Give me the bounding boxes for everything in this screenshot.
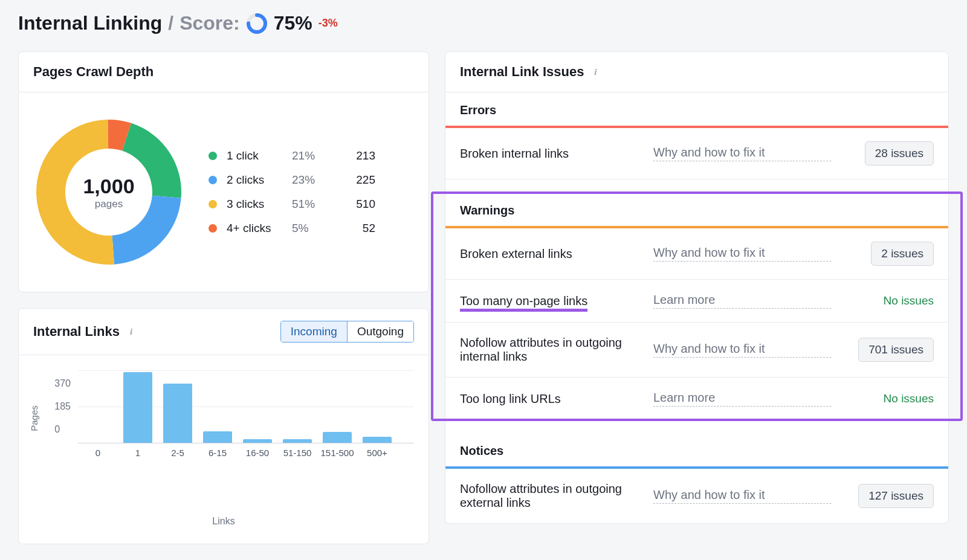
warnings-section-title: Warnings (445, 193, 948, 226)
bar-category-label: 151-500 (320, 448, 354, 458)
legend-count: 213 (339, 149, 375, 163)
donut-total-label: pages (83, 198, 134, 210)
issue-name[interactable]: Broken external links (460, 247, 641, 261)
issue-name[interactable]: Too many on-page links (460, 294, 641, 308)
legend-label: 1 click (227, 149, 287, 163)
issue-name[interactable]: Nofollow attributes in outgoing external… (460, 482, 641, 510)
bar-col[interactable]: 6-15 (198, 371, 238, 443)
title-divider: / (168, 12, 173, 34)
internal-links-tabs: Incoming Outgoing (280, 321, 414, 343)
issue-row: Nofollow attributes in outgoing internal… (445, 323, 948, 378)
legend-count: 225 (339, 173, 375, 187)
bar-category-label: 51-150 (283, 448, 312, 458)
issue-name[interactable]: Nofollow attributes in outgoing internal… (460, 336, 641, 364)
bar (363, 437, 392, 443)
y-tick: 0 (54, 418, 71, 441)
legend-percent: 5% (292, 222, 334, 235)
bar-col[interactable]: 500+ (357, 371, 397, 443)
legend-dot-icon (209, 152, 217, 160)
y-tick: 370 (54, 372, 71, 395)
bar-col[interactable]: 0 (78, 371, 118, 443)
internal-links-title: Internal Links (33, 324, 120, 340)
bar (123, 372, 152, 443)
issue-row: Too many on-page links Learn more No iss… (445, 280, 948, 323)
issue-count-button[interactable]: 28 issues (865, 141, 934, 166)
issue-count-button[interactable]: 701 issues (858, 338, 934, 362)
legend-dot-icon (209, 200, 217, 208)
issue-hint-link[interactable]: Learn more (653, 293, 831, 309)
barchart-xlabel: Links (33, 516, 414, 527)
issue-name[interactable]: Broken internal links (460, 147, 641, 161)
legend-percent: 23% (292, 173, 334, 187)
bar-category-label: 0 (95, 448, 100, 458)
barchart-ylabel: Pages (29, 405, 39, 431)
bar-category-label: 2-5 (171, 448, 184, 458)
bar (203, 431, 232, 443)
notices-section-title: Notices (445, 433, 948, 466)
legend-item[interactable]: 1 click 21% 213 (209, 149, 375, 163)
bar (243, 439, 272, 443)
tab-incoming[interactable]: Incoming (281, 321, 347, 342)
no-issues-label: No issues (884, 392, 934, 405)
no-issues-label: No issues (884, 294, 934, 307)
legend-label: 3 clicks (227, 198, 287, 211)
legend-percent: 21% (292, 149, 334, 163)
page-title: Internal Linking (18, 12, 162, 34)
legend-count: 52 (339, 222, 375, 235)
legend-item[interactable]: 3 clicks 51% 510 (209, 198, 375, 211)
legend-percent: 51% (292, 198, 334, 211)
issue-row: Broken internal links Why and how to fix… (445, 128, 948, 179)
issue-name[interactable]: Too long link URLs (460, 392, 641, 406)
legend-item[interactable]: 4+ clicks 5% 52 (209, 222, 375, 235)
issue-count-button[interactable]: 127 issues (858, 484, 934, 508)
y-tick: 185 (54, 395, 71, 418)
issue-row: Nofollow attributes in outgoing external… (445, 469, 948, 523)
bar-category-label: 1 (135, 448, 140, 458)
issues-title: Internal Link Issues (460, 64, 584, 80)
internal-links-bar-chart: Pages 3701850 012-56-1516-5051-150151-50… (33, 371, 414, 492)
score-delta: -3% (319, 17, 338, 30)
issue-row: Too long link URLs Learn more No issues (445, 378, 948, 420)
bar-category-label: 500+ (367, 448, 387, 458)
crawl-depth-donut-chart: 1,000 pages (33, 117, 184, 268)
tab-outgoing[interactable]: Outgoing (347, 321, 413, 342)
warnings-highlight-box: Warnings Broken external links Why and h… (432, 193, 962, 420)
internal-links-card: Internal Links i Incoming Outgoing Pages… (18, 308, 429, 544)
bar-col[interactable]: 2-5 (158, 371, 198, 443)
legend-label: 4+ clicks (227, 222, 287, 235)
issue-hint-link[interactable]: Why and how to fix it (653, 488, 831, 504)
bar-col[interactable]: 16-50 (238, 371, 277, 443)
errors-section-title: Errors (445, 92, 948, 126)
legend-dot-icon (209, 176, 217, 184)
bar (163, 384, 192, 443)
issue-count-button[interactable]: 2 issues (871, 242, 934, 266)
page-header: Internal Linking / Score: 75% -3% (18, 12, 949, 34)
issue-row: Broken external links Why and how to fix… (445, 228, 948, 280)
info-icon[interactable]: i (590, 66, 601, 77)
issue-hint-link[interactable]: Learn more (653, 391, 831, 407)
pages-crawl-depth-card: Pages Crawl Depth 1,000 pages 1 click 21… (18, 51, 429, 292)
score-value: 75% (274, 12, 312, 34)
legend-count: 510 (339, 198, 375, 211)
crawl-depth-title: Pages Crawl Depth (33, 64, 154, 80)
legend-label: 2 clicks (227, 173, 287, 187)
bar (283, 439, 312, 443)
bar (323, 432, 352, 443)
legend-item[interactable]: 2 clicks 23% 225 (209, 173, 375, 187)
bar-col[interactable]: 1 (118, 371, 158, 443)
donut-total: 1,000 (83, 175, 134, 198)
issue-hint-link[interactable]: Why and how to fix it (653, 146, 831, 161)
info-icon[interactable]: i (126, 326, 137, 337)
bar-category-label: 16-50 (246, 448, 269, 458)
crawl-depth-legend: 1 click 21% 213 2 clicks 23% 225 3 click… (209, 149, 375, 235)
bar-category-label: 6-15 (209, 448, 227, 458)
issue-hint-link[interactable]: Why and how to fix it (653, 246, 831, 262)
bar-col[interactable]: 151-500 (317, 371, 357, 443)
bar-col[interactable]: 51-150 (277, 371, 317, 443)
issue-hint-link[interactable]: Why and how to fix it (653, 342, 831, 358)
legend-dot-icon (209, 224, 217, 233)
score-ring-icon (246, 13, 268, 34)
internal-link-issues-card: Internal Link Issues i Errors Broken int… (445, 51, 949, 524)
score-label: Score: (179, 12, 240, 34)
